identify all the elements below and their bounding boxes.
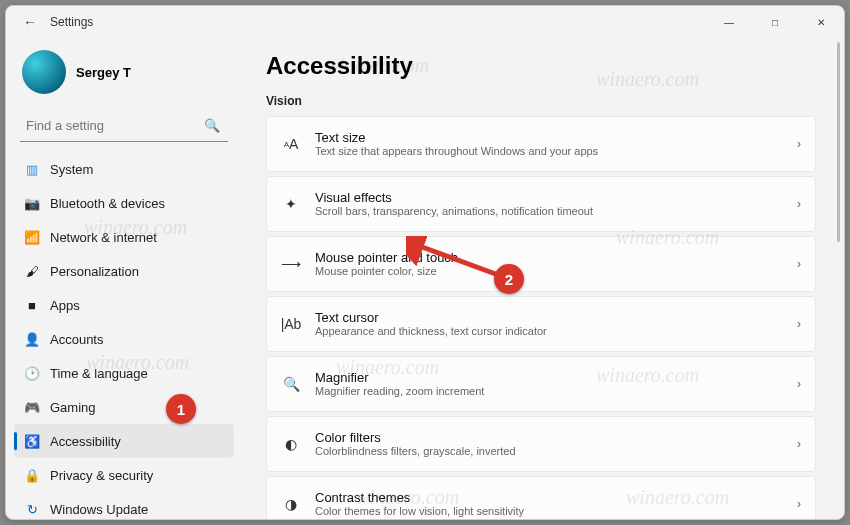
sidebar-item-privacy[interactable]: 🔒Privacy & security — [14, 458, 234, 492]
bluetooth-icon: 📷 — [24, 195, 40, 211]
sidebar: Sergey T 🔍 ▥System 📷Bluetooth & devices … — [6, 38, 246, 519]
setting-mouse-pointer[interactable]: ⟶Mouse pointer and touchMouse pointer co… — [266, 236, 816, 292]
avatar — [22, 50, 66, 94]
titlebar: ← Settings ― □ ✕ — [6, 6, 844, 38]
back-button[interactable]: ← — [14, 14, 46, 30]
window-title: Settings — [50, 15, 93, 29]
annotation-badge-1: 1 — [166, 394, 196, 424]
sidebar-item-network[interactable]: 📶Network & internet — [14, 220, 234, 254]
sparkle-icon: ✦ — [281, 196, 301, 212]
update-icon: ↻ — [24, 501, 40, 517]
chevron-right-icon: › — [797, 377, 801, 391]
setting-text-cursor[interactable]: |AbText cursorAppearance and thickness, … — [266, 296, 816, 352]
sidebar-item-personalization[interactable]: 🖌Personalization — [14, 254, 234, 288]
sidebar-item-gaming[interactable]: 🎮Gaming — [14, 390, 234, 424]
sidebar-item-accounts[interactable]: 👤Accounts — [14, 322, 234, 356]
settings-window: ← Settings ― □ ✕ Sergey T 🔍 ▥System 📷Blu… — [5, 5, 845, 520]
text-size-icon: AA — [281, 136, 301, 152]
chevron-right-icon: › — [797, 197, 801, 211]
text-cursor-icon: |Ab — [281, 316, 301, 332]
display-icon: ▥ — [24, 161, 40, 177]
user-info[interactable]: Sergey T — [14, 46, 234, 106]
close-button[interactable]: ✕ — [798, 6, 844, 38]
gamepad-icon: 🎮 — [24, 399, 40, 415]
sidebar-item-time[interactable]: 🕑Time & language — [14, 356, 234, 390]
magnifier-icon: 🔍 — [281, 376, 301, 392]
color-filter-icon: ◐ — [281, 436, 301, 452]
section-label: Vision — [266, 94, 816, 108]
page-title: Accessibility — [266, 52, 816, 80]
search-icon: 🔍 — [198, 118, 226, 133]
main-content: Accessibility Vision AAText sizeText siz… — [246, 38, 844, 519]
minimize-button[interactable]: ― — [706, 6, 752, 38]
sidebar-item-system[interactable]: ▥System — [14, 152, 234, 186]
shield-icon: 🔒 — [24, 467, 40, 483]
sidebar-item-bluetooth[interactable]: 📷Bluetooth & devices — [14, 186, 234, 220]
search-input[interactable] — [22, 114, 198, 137]
setting-visual-effects[interactable]: ✦Visual effectsScroll bars, transparency… — [266, 176, 816, 232]
person-icon: 👤 — [24, 331, 40, 347]
scrollbar-thumb[interactable] — [837, 42, 840, 242]
setting-color-filters[interactable]: ◐Color filtersColorblindness filters, gr… — [266, 416, 816, 472]
scrollbar[interactable] — [835, 42, 841, 513]
chevron-right-icon: › — [797, 437, 801, 451]
maximize-button[interactable]: □ — [752, 6, 798, 38]
annotation-badge-2: 2 — [494, 264, 524, 294]
chevron-right-icon: › — [797, 497, 801, 511]
paintbrush-icon: 🖌 — [24, 263, 40, 279]
clock-icon: 🕑 — [24, 365, 40, 381]
user-name: Sergey T — [76, 65, 131, 80]
search-box[interactable]: 🔍 — [20, 110, 228, 142]
apps-icon: ■ — [24, 297, 40, 313]
chevron-right-icon: › — [797, 257, 801, 271]
accessibility-icon: ♿ — [24, 433, 40, 449]
wifi-icon: 📶 — [24, 229, 40, 245]
setting-text-size[interactable]: AAText sizeText size that appears throug… — [266, 116, 816, 172]
contrast-icon: ◑ — [281, 496, 301, 512]
sidebar-item-accessibility[interactable]: ♿Accessibility — [14, 424, 234, 458]
setting-contrast-themes[interactable]: ◑Contrast themesColor themes for low vis… — [266, 476, 816, 519]
sidebar-item-apps[interactable]: ■Apps — [14, 288, 234, 322]
chevron-right-icon: › — [797, 137, 801, 151]
chevron-right-icon: › — [797, 317, 801, 331]
cursor-icon: ⟶ — [281, 256, 301, 272]
sidebar-item-update[interactable]: ↻Windows Update — [14, 492, 234, 519]
setting-magnifier[interactable]: 🔍MagnifierMagnifier reading, zoom increm… — [266, 356, 816, 412]
